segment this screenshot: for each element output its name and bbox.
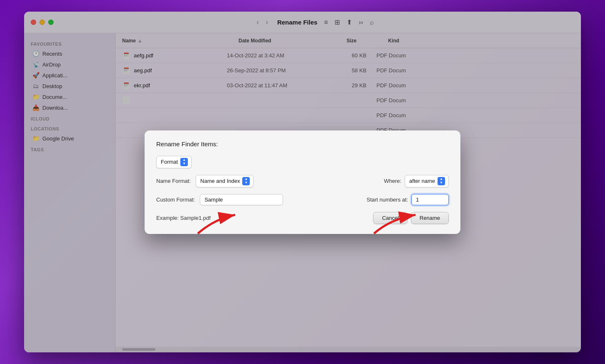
finder-window: ‹ › Rename Files ≡ ⊞ ⬆ ›› ⌕ Favourites 🕐… [24, 12, 581, 352]
rename-dialog: Rename Finder Items: Format ▲ ▼ Name For… [145, 130, 460, 234]
format-select-arrows-icon: ▲ ▼ [180, 158, 188, 166]
cancel-button[interactable]: Cancel [373, 212, 407, 224]
where-arrows-icon: ▲ ▼ [438, 177, 445, 185]
start-numbers-section: Start numbers at: [366, 194, 449, 205]
example-text: Example: Sample1.pdf [156, 215, 211, 221]
example-row: Example: Sample1.pdf Cancel Rename [156, 212, 449, 224]
where-section: Where: after name ▲ ▼ [384, 175, 449, 187]
name-format-select[interactable]: Name and Index ▲ ▼ [196, 175, 253, 187]
name-format-row: Name Format: Name and Index ▲ ▼ Where: a… [156, 175, 449, 187]
where-select[interactable]: after name ▲ ▼ [405, 175, 449, 187]
start-numbers-label: Start numbers at: [366, 197, 408, 203]
button-group: Cancel Rename [373, 212, 449, 224]
where-label: Where: [384, 178, 401, 184]
format-row: Format ▲ ▼ [156, 156, 449, 168]
dialog-title: Rename Finder Items: [156, 140, 449, 148]
name-format-value: Name and Index [200, 178, 240, 184]
start-numbers-input[interactable] [411, 194, 449, 205]
custom-format-label: Custom Format: [156, 197, 195, 203]
custom-format-input[interactable] [200, 194, 283, 205]
rename-button[interactable]: Rename [411, 212, 449, 224]
format-select[interactable]: Format ▲ ▼ [156, 156, 192, 168]
name-format-label: Name Format: [156, 178, 191, 184]
dialog-overlay: Rename Finder Items: Format ▲ ▼ Name For… [24, 12, 581, 352]
name-format-arrows-icon: ▲ ▼ [242, 177, 250, 185]
format-select-label: Format [161, 159, 178, 165]
custom-format-row: Custom Format: Start numbers at: [156, 194, 449, 205]
where-value: after name [409, 178, 435, 184]
